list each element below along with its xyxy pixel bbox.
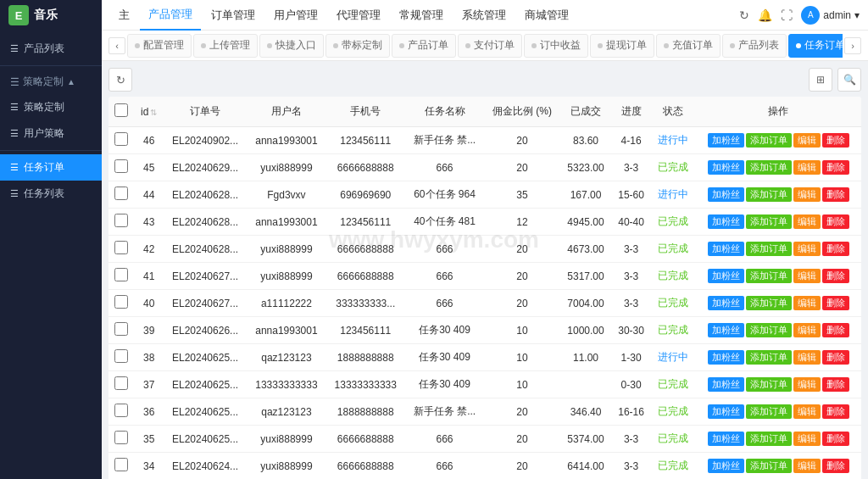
row-select-3[interactable] <box>114 214 128 227</box>
select-all-checkbox[interactable] <box>114 103 128 117</box>
nav-order[interactable]: 订单管理 <box>203 0 264 31</box>
refresh-icon[interactable]: ↻ <box>739 8 749 22</box>
add-fans-button[interactable]: 加粉丝 <box>708 187 744 202</box>
delete-button[interactable]: 删除 <box>822 432 849 446</box>
add-order-button[interactable]: 添加订单 <box>746 214 792 229</box>
add-fans-button[interactable]: 加粉丝 <box>708 269 744 283</box>
tab-config[interactable]: 配置管理 <box>127 34 192 58</box>
add-order-button[interactable]: 添加订单 <box>746 377 792 392</box>
row-select-11[interactable] <box>114 431 128 444</box>
nav-user[interactable]: 用户管理 <box>265 0 326 31</box>
add-order-button[interactable]: 添加订单 <box>746 160 792 175</box>
add-fans-button[interactable]: 加粉丝 <box>708 459 744 473</box>
tab-prev-arrow[interactable]: ‹ <box>108 37 125 54</box>
add-fans-button[interactable]: 加粉丝 <box>708 432 744 446</box>
tab-product-list[interactable]: 产品列表 <box>722 34 787 58</box>
add-fans-button[interactable]: 加粉丝 <box>708 160 744 175</box>
sidebar-item-strategy-setup[interactable]: ☰ 策略定制 <box>0 94 102 120</box>
tab-recharge[interactable]: 充值订单 <box>656 34 721 58</box>
edit-button[interactable]: 编辑 <box>793 187 821 202</box>
row-select-0[interactable] <box>114 132 128 146</box>
grid-view-button[interactable]: ⊞ <box>809 68 832 92</box>
delete-button[interactable]: 删除 <box>822 377 849 392</box>
nav-system[interactable]: 系统管理 <box>453 0 515 31</box>
nav-home[interactable]: 主 <box>110 0 138 31</box>
delete-button[interactable]: 删除 <box>822 269 849 283</box>
tab-next-arrow[interactable]: › <box>844 37 861 54</box>
row-select-7[interactable] <box>114 322 128 336</box>
row-select-6[interactable] <box>114 295 128 309</box>
add-order-button[interactable]: 添加订单 <box>746 323 792 337</box>
refresh-table-button[interactable]: ↻ <box>108 68 132 92</box>
edit-button[interactable]: 编辑 <box>793 404 821 419</box>
add-order-button[interactable]: 添加订单 <box>746 350 792 365</box>
edit-button[interactable]: 编辑 <box>793 377 821 392</box>
delete-button[interactable]: 删除 <box>822 133 849 148</box>
tab-product-order[interactable]: 产品订单 <box>392 34 456 58</box>
delete-button[interactable]: 删除 <box>822 404 849 419</box>
delete-button[interactable]: 删除 <box>822 214 849 229</box>
sidebar-item-user-strategy[interactable]: ☰ 用户策略 <box>0 120 102 147</box>
add-order-button[interactable]: 添加订单 <box>746 432 792 446</box>
edit-button[interactable]: 编辑 <box>793 269 821 283</box>
delete-button[interactable]: 删除 <box>822 187 849 202</box>
fullscreen-icon[interactable]: ⛶ <box>781 8 793 22</box>
sidebar-item-task-order[interactable]: ☰ 任务订单 <box>0 154 102 181</box>
add-order-button[interactable]: 添加订单 <box>746 187 792 202</box>
add-fans-button[interactable]: 加粉丝 <box>708 323 744 337</box>
row-select-5[interactable] <box>114 268 128 281</box>
delete-button[interactable]: 删除 <box>822 296 849 310</box>
bell-icon[interactable]: 🔔 <box>758 8 772 22</box>
row-select-1[interactable] <box>114 159 128 173</box>
tab-withdraw[interactable]: 提现订单 <box>590 34 654 58</box>
delete-button[interactable]: 删除 <box>822 160 849 175</box>
search-button[interactable]: 🔍 <box>837 68 861 92</box>
row-select-9[interactable] <box>114 376 128 390</box>
admin-button[interactable]: A admin ▾ <box>801 6 860 25</box>
nav-common[interactable]: 常规管理 <box>391 0 452 31</box>
row-select-4[interactable] <box>114 241 128 254</box>
edit-button[interactable]: 编辑 <box>793 160 821 175</box>
sidebar-item-product-list[interactable]: ☰ 产品列表 <box>0 36 102 62</box>
row-select-8[interactable] <box>114 349 128 363</box>
sidebar-group-strategy[interactable]: ☰ 策略定制 ▲ <box>0 70 102 94</box>
row-select-10[interactable] <box>114 404 128 417</box>
tab-task-order[interactable]: 任务订单 × <box>788 34 843 58</box>
tab-shortcut[interactable]: 快捷入口 <box>259 34 324 58</box>
delete-button[interactable]: 删除 <box>822 350 849 365</box>
add-order-button[interactable]: 添加订单 <box>746 133 792 148</box>
add-order-button[interactable]: 添加订单 <box>746 242 792 256</box>
edit-button[interactable]: 编辑 <box>793 296 821 310</box>
sidebar-item-task-list[interactable]: ☰ 任务列表 <box>0 181 102 207</box>
tab-upload[interactable]: 上传管理 <box>193 34 258 58</box>
nav-product[interactable]: 产品管理 <box>140 0 201 31</box>
edit-button[interactable]: 编辑 <box>793 459 821 473</box>
add-fans-button[interactable]: 加粉丝 <box>708 242 744 256</box>
edit-button[interactable]: 编辑 <box>793 133 821 148</box>
row-select-12[interactable] <box>114 458 128 471</box>
add-order-button[interactable]: 添加订单 <box>746 459 792 473</box>
add-fans-button[interactable]: 加粉丝 <box>708 296 744 310</box>
edit-button[interactable]: 编辑 <box>793 432 821 446</box>
edit-button[interactable]: 编辑 <box>793 350 821 365</box>
add-fans-button[interactable]: 加粉丝 <box>708 377 744 392</box>
add-order-button[interactable]: 添加订单 <box>746 404 792 419</box>
delete-button[interactable]: 删除 <box>822 242 849 256</box>
edit-button[interactable]: 编辑 <box>793 214 821 229</box>
add-fans-button[interactable]: 加粉丝 <box>708 350 744 365</box>
row-select-2[interactable] <box>114 187 128 200</box>
edit-button[interactable]: 编辑 <box>793 323 821 337</box>
delete-button[interactable]: 删除 <box>822 459 849 473</box>
nav-mall[interactable]: 商城管理 <box>516 0 577 31</box>
tab-mid-profit[interactable]: 订中收益 <box>524 34 588 58</box>
add-order-button[interactable]: 添加订单 <box>746 269 792 283</box>
add-fans-button[interactable]: 加粉丝 <box>708 133 744 148</box>
add-order-button[interactable]: 添加订单 <box>746 296 792 310</box>
add-fans-button[interactable]: 加粉丝 <box>708 404 744 419</box>
tab-tagged[interactable]: 带标定制 <box>326 34 390 58</box>
edit-button[interactable]: 编辑 <box>793 242 821 256</box>
add-fans-button[interactable]: 加粉丝 <box>708 214 744 229</box>
delete-button[interactable]: 删除 <box>822 323 849 337</box>
nav-agent[interactable]: 代理管理 <box>328 0 389 31</box>
tab-pay-order[interactable]: 支付订单 <box>458 34 522 58</box>
